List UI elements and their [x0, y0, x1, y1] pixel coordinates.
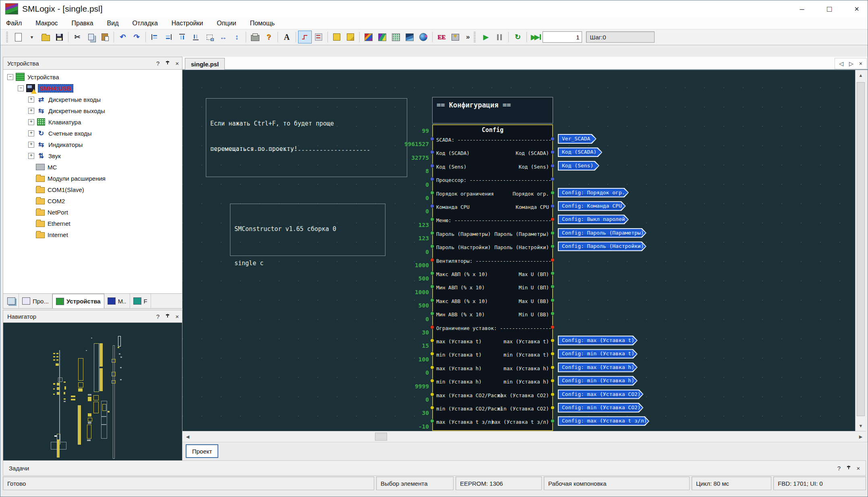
selection-size-button[interactable]	[203, 31, 216, 43]
menu-item-5[interactable]: Настройки	[172, 20, 203, 27]
scroll-right-button[interactable]: ▶	[856, 431, 866, 442]
input-pin-blue[interactable]	[430, 204, 434, 208]
tree-expand-toggle[interactable]: +	[28, 97, 34, 103]
output-link-tag[interactable]: Config: Пароль (Параметры)	[558, 228, 646, 238]
tree-item-5[interactable]: +↻Счетные входы	[3, 128, 182, 139]
close-button[interactable]: ×	[850, 4, 864, 14]
match-height-button[interactable]: ↕	[230, 31, 244, 43]
navigator-close-button[interactable]: ×	[172, 313, 182, 320]
navigator-help-button[interactable]: ?	[153, 313, 163, 320]
align-top-button[interactable]	[175, 31, 189, 43]
output-pin-green[interactable]	[551, 271, 555, 275]
input-pin-blue[interactable]	[430, 137, 434, 141]
output-pin-green[interactable]	[551, 298, 555, 302]
tab-project[interactable]: Про...	[19, 294, 52, 308]
eeprom-button[interactable]: EE	[435, 31, 448, 43]
tree-expand-toggle[interactable]: +	[28, 142, 34, 148]
output-link-tag[interactable]: Config: max (Уставка CO2)	[558, 390, 644, 399]
next-document-button[interactable]: ▷	[849, 60, 853, 67]
fbd-canvas[interactable]: Если нажать Ctrl+F, то будет проще перем…	[182, 70, 855, 431]
sheet-layout-button[interactable]	[344, 31, 357, 43]
input-pin-yellow[interactable]	[430, 338, 434, 342]
new-dropdown[interactable]: ▾	[25, 31, 39, 43]
input-pin-red[interactable]	[430, 258, 434, 262]
input-pin-yellow[interactable]	[430, 392, 434, 396]
tree-expand-toggle[interactable]: +	[28, 153, 34, 159]
tree-item-10[interactable]: COM1(Slave)	[3, 184, 182, 195]
config-block[interactable]: Config SCADA: --------------------------…	[432, 124, 553, 431]
run-button[interactable]: ▶	[479, 31, 493, 43]
align-left-button[interactable]	[148, 31, 162, 43]
output-link-tag[interactable]: Config: Порядок огр.	[558, 188, 629, 198]
output-pin-blue[interactable]	[551, 150, 555, 154]
horizontal-scrollbar[interactable]: ◀ ▶	[182, 431, 866, 442]
devices-close-button[interactable]: ×	[172, 60, 182, 67]
new-button[interactable]	[11, 31, 25, 43]
trace-mode-button[interactable]	[298, 31, 312, 43]
output-pin-blue[interactable]	[551, 164, 555, 168]
copy-button[interactable]	[84, 31, 98, 43]
output-link-tag[interactable]: Config: max (Уставка t)	[558, 336, 638, 345]
sheet-button[interactable]	[330, 31, 344, 43]
tree-expand-toggle[interactable]: +	[28, 108, 34, 114]
vertical-scroll-thumb[interactable]	[857, 82, 865, 416]
tree-item-4[interactable]: +Клавиатура	[3, 116, 182, 128]
vertical-scrollbar[interactable]: ▲ ▼	[855, 70, 866, 431]
run-to-end-button[interactable]: ▶▶	[529, 31, 543, 43]
redo-button[interactable]: ↷	[130, 31, 143, 43]
input-pin-green[interactable]	[430, 298, 434, 302]
close-document-button[interactable]: ×	[859, 60, 862, 67]
input-pin-green[interactable]	[430, 231, 434, 235]
font-button[interactable]: A	[280, 31, 294, 43]
document-tab[interactable]: single.psl	[185, 58, 225, 70]
output-pin-yellow[interactable]	[551, 365, 555, 369]
pause-button[interactable]	[493, 31, 506, 43]
output-pin-green[interactable]	[551, 419, 555, 423]
tasks-pin-button[interactable]	[844, 465, 853, 472]
menu-item-0[interactable]: Файл	[6, 20, 22, 27]
navigator-minimap[interactable]	[3, 323, 182, 462]
tab-modules[interactable]: М..	[104, 294, 130, 308]
display-designer-button[interactable]	[362, 31, 375, 43]
keyboard-designer-button[interactable]	[389, 31, 403, 43]
sheet-tab-project[interactable]: Проект	[186, 444, 218, 458]
tab-devices[interactable]: Устройства	[52, 294, 104, 308]
save-button[interactable]	[52, 31, 66, 43]
horizontal-scroll-thumb[interactable]	[375, 433, 387, 441]
input-pin-yellow[interactable]	[430, 406, 434, 410]
tree-item-3[interactable]: +⇆Дискретные выходы	[3, 105, 182, 116]
print-button[interactable]	[248, 31, 262, 43]
menu-item-3[interactable]: Вид	[107, 20, 119, 27]
output-link-tag[interactable]: Код (Sens)	[558, 161, 599, 171]
output-pin-yellow[interactable]	[551, 406, 555, 410]
trend-button[interactable]	[403, 31, 416, 43]
output-link-tag[interactable]: Config: min (Уставка t)	[558, 349, 638, 359]
graphics-editor-button[interactable]	[375, 31, 389, 43]
input-pin-blue[interactable]	[430, 164, 434, 168]
output-pin-green[interactable]	[551, 231, 555, 235]
undo-button[interactable]: ↶	[116, 31, 130, 43]
scroll-left-button[interactable]: ◀	[182, 431, 193, 442]
comment-block-hint[interactable]: Если нажать Ctrl+F, то будет проще перем…	[206, 98, 407, 177]
open-button[interactable]	[39, 31, 52, 43]
restart-button[interactable]: ↻	[511, 31, 524, 43]
tab-fbd[interactable]: F	[130, 294, 151, 308]
tree-expand-toggle[interactable]: −	[7, 74, 13, 80]
output-pin-yellow[interactable]	[551, 352, 555, 356]
menu-item-2[interactable]: Правка	[72, 20, 93, 27]
output-pin-green[interactable]	[551, 191, 555, 195]
web-button[interactable]	[416, 31, 430, 43]
navigator-pin-button[interactable]	[163, 313, 172, 320]
devices-pin-button[interactable]	[163, 60, 172, 67]
output-link-tag[interactable]: Config: min (Уставка h)	[558, 376, 638, 386]
comment-block-version[interactable]: SMConstructor v1.65 сборка 0 single c	[230, 204, 385, 256]
io-map-button[interactable]	[312, 31, 325, 43]
match-width-button[interactable]: ↔	[216, 31, 230, 43]
output-link-tag[interactable]: Config: min (Уставка CO2)	[558, 403, 644, 412]
tree-expand-toggle[interactable]: −	[18, 85, 24, 91]
iterations-input[interactable]	[543, 31, 582, 43]
output-pin-blue[interactable]	[551, 177, 555, 181]
minimize-button[interactable]: –	[795, 4, 809, 14]
menu-item-4[interactable]: Отладка	[133, 20, 158, 27]
devices-help-button[interactable]: ?	[153, 60, 163, 67]
